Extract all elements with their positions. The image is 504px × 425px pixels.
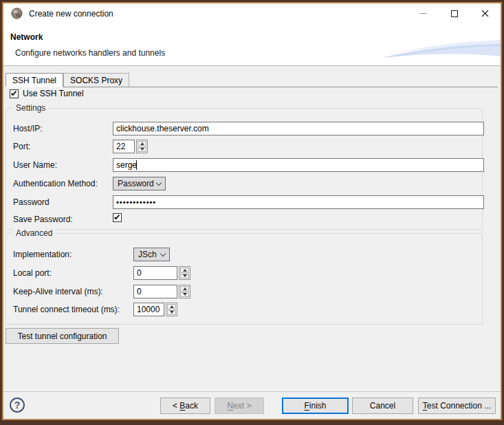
use-ssh-tunnel-row: Use SSH Tunnel [10, 89, 84, 98]
auth-method-value: Password [118, 179, 154, 188]
tunnel-timeout-spin-buttons [166, 303, 177, 316]
local-port-decrement-button[interactable] [180, 274, 189, 279]
tab-ssh-tunnel[interactable]: SSH Tunnel [6, 73, 63, 87]
tunnel-timeout-decrement-button[interactable] [167, 310, 176, 316]
implementation-label: Implementation: [13, 250, 72, 259]
tunnel-timeout-label: Tunnel connect timeout (ms): [13, 305, 120, 314]
text-caret [136, 160, 137, 170]
implementation-value: JSch [138, 250, 157, 259]
window-title: Create new connection [29, 9, 113, 19]
keep-alive-increment-button[interactable] [180, 286, 189, 292]
keep-alive-decrement-button[interactable] [180, 292, 189, 298]
test-tunnel-configuration-button[interactable]: Test tunnel configuration [6, 328, 119, 344]
dialog-window: Create new connection Network Configure … [2, 2, 502, 420]
port-decrement-button[interactable] [138, 147, 146, 153]
title-bar: Create new connection [3, 3, 501, 23]
tunnel-timeout-increment-button[interactable] [167, 304, 176, 309]
button-bar: ? < Back Next > Finish Cancel Test Conne… [3, 391, 501, 419]
header-swoosh-decoration [305, 23, 501, 66]
local-port-label: Local port: [13, 268, 52, 278]
username-input[interactable] [113, 158, 484, 172]
keep-alive-label: Keep-Alive interval (ms): [13, 287, 103, 296]
settings-group-label: Settings [13, 103, 48, 113]
wizard-header: Network Configure networks handlers and … [3, 23, 501, 66]
local-port-increment-button[interactable] [180, 268, 189, 273]
save-password-label: Save Password: [13, 215, 73, 224]
port-increment-button[interactable] [138, 141, 146, 146]
page-subtitle: Configure networks handlers and tunnels [15, 48, 165, 58]
host-label: Host/IP: [13, 124, 43, 133]
tab-bar: SSH Tunnel SOCKS Proxy [6, 73, 498, 87]
keep-alive-spin-buttons [179, 285, 190, 298]
chevron-down-icon [160, 250, 166, 256]
checkmark-icon [11, 89, 17, 96]
arrow-up-icon [140, 142, 144, 145]
maximize-button[interactable] [439, 3, 470, 23]
arrow-down-icon [183, 274, 187, 277]
auth-method-label: Authentication Method: [13, 179, 98, 188]
maximize-icon [451, 10, 458, 17]
minimize-button[interactable] [408, 3, 439, 23]
tunnel-timeout-input[interactable] [133, 303, 164, 316]
keep-alive-spinner [133, 285, 190, 298]
arrow-up-icon [183, 287, 187, 290]
close-icon [481, 10, 489, 17]
help-icon: ? [14, 400, 21, 411]
settings-group: Settings Host/IP: Port: User Name: Authe… [6, 108, 483, 230]
tab-socks-proxy[interactable]: SOCKS Proxy [63, 73, 129, 87]
chevron-down-icon [156, 179, 162, 185]
tab-content-area: SSH Tunnel SOCKS Proxy Use SSH Tunnel Se… [3, 66, 501, 391]
arrow-up-icon [170, 305, 174, 308]
port-input[interactable] [113, 140, 135, 153]
close-button[interactable] [470, 3, 501, 23]
port-spin-buttons [136, 140, 148, 153]
keep-alive-input[interactable] [133, 285, 177, 298]
password-input[interactable] [113, 195, 484, 209]
username-label: User Name: [13, 160, 57, 170]
local-port-spin-buttons [179, 266, 190, 280]
page-title: Network [10, 32, 43, 42]
port-spinner [113, 140, 148, 153]
advanced-group: Advanced Implementation: JSch Local port… [6, 233, 483, 325]
test-connection-button[interactable]: Test Connection ... [418, 397, 496, 414]
use-ssh-tunnel-checkbox[interactable] [10, 89, 19, 98]
auth-method-select[interactable]: Password [113, 177, 166, 190]
checkmark-icon [114, 214, 120, 220]
help-button[interactable]: ? [10, 397, 25, 413]
arrow-up-icon [183, 269, 187, 272]
arrow-down-icon [183, 293, 187, 296]
window-controls [408, 3, 501, 23]
back-button[interactable]: < Back [160, 397, 210, 414]
tunnel-timeout-spinner [133, 303, 177, 316]
minimize-icon [419, 13, 427, 14]
port-label: Port: [13, 142, 30, 151]
arrow-down-icon [170, 311, 174, 314]
app-icon [11, 8, 23, 19]
finish-button[interactable]: Finish [282, 397, 349, 414]
next-button[interactable]: Next > [215, 397, 264, 414]
cancel-button[interactable]: Cancel [352, 397, 413, 414]
host-input[interactable] [113, 122, 484, 135]
local-port-spinner [133, 266, 190, 280]
local-port-input[interactable] [133, 266, 177, 280]
advanced-group-label: Advanced [13, 228, 55, 238]
arrow-down-icon [140, 148, 144, 151]
save-password-checkbox[interactable] [113, 213, 122, 222]
password-label: Password [13, 197, 50, 207]
implementation-select[interactable]: JSch [133, 248, 170, 261]
use-ssh-tunnel-label: Use SSH Tunnel [23, 89, 84, 98]
